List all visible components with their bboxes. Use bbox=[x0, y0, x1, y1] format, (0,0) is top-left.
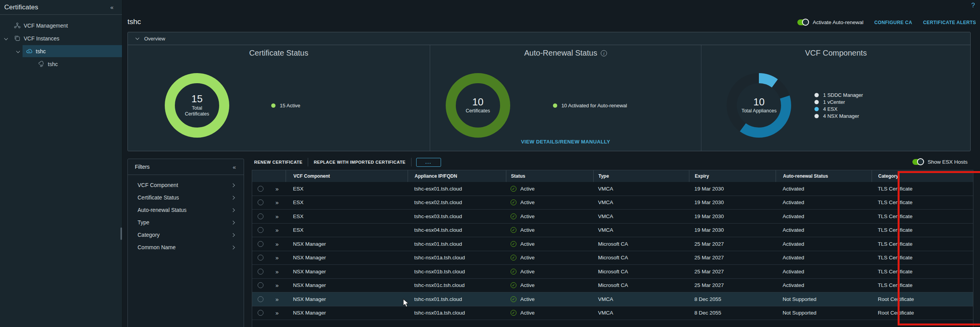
help-icon[interactable]: ? bbox=[971, 2, 975, 9]
sidebar-item-vcf-instances[interactable]: VCF Instances bbox=[0, 32, 122, 44]
column-header-category[interactable]: Category bbox=[872, 170, 973, 182]
more-actions-button[interactable]: ... bbox=[416, 158, 441, 167]
cloud-icon bbox=[26, 48, 33, 54]
legend-label: 1 SDDC Manager bbox=[823, 92, 863, 98]
sidebar-scrollbar-thumb[interactable] bbox=[120, 227, 122, 240]
legend-label: 4 ESX bbox=[823, 106, 837, 112]
filters-collapse-icon[interactable]: « bbox=[233, 164, 236, 170]
status-ok-icon: ✓ bbox=[511, 227, 516, 233]
sidebar-item-tshc[interactable]: tshc bbox=[0, 45, 122, 57]
certificate-alerts-link[interactable]: CERTIFICATE ALERTS bbox=[923, 20, 976, 25]
filter-item-certificate-status[interactable]: Certificate Status bbox=[128, 191, 244, 204]
chevron-right-icon bbox=[231, 208, 235, 212]
legend-label: 4 NSX Manager bbox=[823, 113, 859, 119]
chevron-right-icon bbox=[231, 220, 235, 224]
sidebar-item-tshc[interactable]: tshc bbox=[0, 58, 122, 70]
auto-renewal-toggle[interactable] bbox=[797, 19, 809, 25]
filter-item-category[interactable]: Category bbox=[128, 229, 244, 241]
column-header-auto-renewal-status[interactable]: Auto-renewal Status bbox=[776, 170, 872, 182]
row-expand-icon[interactable]: » bbox=[269, 241, 286, 247]
filter-item-auto-renewal-status[interactable]: Auto-renewal Status bbox=[128, 204, 244, 216]
cell-auto-renewal-status: Activated bbox=[776, 227, 872, 233]
table-row[interactable]: » ESX tshc-esx04.tsh.cloud ✓Active VMCA … bbox=[252, 224, 973, 238]
row-radio-button[interactable] bbox=[258, 310, 263, 316]
cell-type: VMCA bbox=[593, 227, 689, 233]
view-details-renew-link[interactable]: VIEW DETAILS/RENEW MANUALLY bbox=[430, 139, 701, 145]
table-row[interactable]: » ESX tshc-esx03.tsh.cloud ✓Active VMCA … bbox=[252, 210, 973, 224]
sidebar-item-vcf-management[interactable]: VCF Management bbox=[0, 19, 122, 31]
filter-item-vcf-component[interactable]: VCF Component bbox=[128, 179, 244, 191]
table-row[interactable]: » NSX Manager tshc-nsx01a.tsh.cloud ✓Act… bbox=[252, 306, 973, 320]
status-ok-icon: ✓ bbox=[511, 186, 516, 192]
row-expand-icon[interactable]: » bbox=[269, 282, 286, 289]
status-ok-icon: ✓ bbox=[511, 269, 516, 275]
row-radio-button[interactable] bbox=[258, 255, 263, 261]
row-expand-icon[interactable]: » bbox=[269, 310, 286, 316]
column-header-type[interactable]: Type bbox=[593, 170, 689, 182]
legend-item: 1 SDDC Manager bbox=[814, 92, 863, 98]
sidebar-title: Certificates bbox=[4, 3, 38, 11]
table-row[interactable]: » ESX tshc-esx01.tsh.cloud ✓Active VMCA … bbox=[252, 182, 973, 196]
overview-collapse-bar[interactable]: Overview bbox=[128, 32, 970, 45]
row-radio-button[interactable] bbox=[258, 296, 263, 302]
column-header-status[interactable]: Status bbox=[506, 170, 593, 182]
header-controls: Activate Auto-renewal CONFIGURE CA CERTI… bbox=[797, 19, 976, 25]
row-expand-icon[interactable]: » bbox=[269, 296, 286, 303]
column-header-appliance-ip-fqdn[interactable]: Appliance IP/FQDN bbox=[408, 170, 506, 182]
cell-category: TLS Certificate bbox=[872, 269, 973, 275]
info-icon[interactable]: i bbox=[601, 50, 607, 56]
cell-appliance-fqdn: tshc-nsx01.tsh.cloud bbox=[408, 296, 506, 302]
filter-item-label: VCF Component bbox=[138, 182, 178, 188]
row-expand-icon[interactable]: » bbox=[269, 254, 286, 261]
chevron-down-icon[interactable] bbox=[16, 49, 20, 53]
cell-vcf-component: NSX Manager bbox=[286, 255, 408, 261]
sidebar-item-label: VCF Management bbox=[24, 23, 68, 29]
column-header-expiry[interactable]: Expiry bbox=[689, 170, 776, 182]
filter-item-type[interactable]: Type bbox=[128, 216, 244, 229]
table-header: VCF Component Appliance IP/FQDN Status T… bbox=[252, 170, 973, 182]
filters-panel: Filters « VCF Component Certificate Stat… bbox=[127, 159, 244, 327]
filter-list: VCF Component Certificate Status Auto-re… bbox=[128, 175, 244, 254]
row-expand-icon[interactable]: » bbox=[269, 185, 286, 192]
status-ok-icon: ✓ bbox=[511, 296, 516, 302]
legend-dot bbox=[814, 107, 819, 111]
table-row[interactable]: » NSX Manager tshc-nsx01b.tsh.cloud ✓Act… bbox=[252, 265, 973, 279]
table-row[interactable]: » NSX Manager tshc-nsx01a.tsh.cloud ✓Act… bbox=[252, 251, 973, 265]
table-row[interactable]: » NSX Manager tshc-nsx01.tsh.cloud ✓Acti… bbox=[252, 237, 973, 251]
table-row[interactable]: » NSX Manager tshc-nsx01c.tsh.cloud ✓Act… bbox=[252, 279, 973, 293]
cell-type: Microsoft CA bbox=[593, 241, 689, 247]
row-radio-button[interactable] bbox=[258, 269, 263, 275]
sidebar-collapse-icon[interactable]: « bbox=[110, 4, 113, 10]
row-radio-button[interactable] bbox=[258, 186, 263, 192]
row-expand-icon[interactable]: » bbox=[269, 199, 286, 206]
column-header-vcf-component[interactable]: VCF Component bbox=[286, 170, 408, 182]
row-radio-button[interactable] bbox=[258, 213, 263, 219]
configure-ca-link[interactable]: CONFIGURE CA bbox=[874, 20, 912, 25]
cell-status: ✓Active bbox=[506, 186, 593, 192]
certificate-status-title: Certificate Status bbox=[128, 49, 430, 58]
row-radio-button[interactable] bbox=[258, 199, 263, 205]
row-expand-icon[interactable]: » bbox=[269, 213, 286, 220]
cell-expiry: 19 Mar 2030 bbox=[689, 186, 776, 192]
cell-auto-renewal-status: Activated bbox=[776, 213, 872, 219]
table-row[interactable]: » ESX tshc-esx02.tsh.cloud ✓Active VMCA … bbox=[252, 196, 973, 210]
row-radio-button[interactable] bbox=[258, 282, 263, 288]
sidebar-item-label: tshc bbox=[48, 61, 58, 67]
row-radio-button[interactable] bbox=[258, 241, 263, 247]
table-row[interactable]: » NSX Manager tshc-nsx01.tsh.cloud ✓Acti… bbox=[252, 292, 973, 306]
row-expand-icon[interactable]: » bbox=[269, 227, 286, 233]
cell-type: VMCA bbox=[593, 199, 689, 205]
cell-auto-renewal-status: Activated bbox=[776, 255, 872, 261]
row-expand-icon[interactable]: » bbox=[269, 268, 286, 275]
table-body: » ESX tshc-esx01.tsh.cloud ✓Active VMCA … bbox=[252, 182, 973, 327]
cell-auto-renewal-status: Activated bbox=[776, 199, 872, 205]
cell-appliance-fqdn: tshc-esx02.tsh.cloud bbox=[408, 199, 506, 205]
filter-item-common-name[interactable]: Common Name bbox=[128, 241, 244, 254]
renew-certificate-button[interactable]: RENEW CERTIFICATE bbox=[252, 158, 308, 166]
row-radio-button[interactable] bbox=[258, 227, 263, 233]
legend-dot bbox=[814, 100, 819, 104]
chevron-down-icon[interactable] bbox=[4, 37, 8, 40]
show-esx-hosts-toggle[interactable] bbox=[912, 159, 924, 165]
replace-with-imported-certificate-button[interactable]: REPLACE WITH IMPORTED CERTIFICATE bbox=[308, 158, 411, 166]
auto-renewal-status-title: Auto-Renewal Status i bbox=[430, 49, 701, 58]
